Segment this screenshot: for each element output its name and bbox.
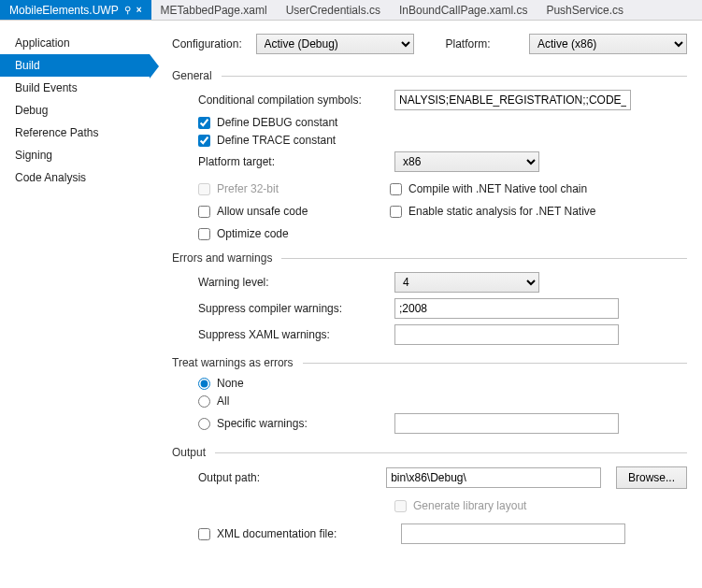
sidebar-item-application[interactable]: Application: [0, 32, 150, 54]
sidebar-item-reference-paths[interactable]: Reference Paths: [0, 122, 150, 144]
platform-label: Platform:: [446, 37, 521, 50]
cond-symbols-input[interactable]: [394, 90, 631, 110]
xmldoc-input: [401, 523, 625, 544]
treat-none-radio[interactable]: [198, 378, 210, 390]
tab-inboundcallpage[interactable]: InBoundCallPage.xaml.cs: [390, 0, 537, 20]
sidebar-item-signing[interactable]: Signing: [0, 144, 150, 166]
tab-mobileelements[interactable]: MobileElements.UWP ⚲ ×: [0, 0, 151, 20]
output-path-input[interactable]: [386, 467, 601, 488]
treat-all-radio[interactable]: [198, 395, 210, 408]
platform-target-select[interactable]: x86: [394, 151, 539, 172]
enable-static-checkbox[interactable]: [390, 206, 402, 218]
tab-pushservice[interactable]: PushService.cs: [537, 0, 633, 20]
optimize-checkbox[interactable]: [198, 228, 210, 240]
section-errors-title: Errors and warnings: [172, 251, 272, 265]
warning-level-label: Warning level:: [198, 276, 385, 289]
configuration-select[interactable]: Active (Debug): [256, 34, 414, 54]
treat-specific-input: [394, 413, 619, 434]
prefer-32bit-checkbox: [198, 183, 210, 195]
tab-usercredentials[interactable]: UserCredentials.cs: [277, 0, 390, 20]
configuration-label: Configuration:: [172, 37, 247, 50]
sidebar-item-build-events[interactable]: Build Events: [0, 77, 150, 99]
xmldoc-checkbox[interactable]: [198, 528, 210, 540]
properties-sidebar: Application Build Build Events Debug Ref…: [0, 21, 150, 588]
suppress-xaml-label: Suppress XAML warnings:: [198, 328, 385, 341]
warning-level-select[interactable]: 4: [394, 272, 539, 293]
section-output-title: Output: [172, 446, 206, 459]
pin-icon[interactable]: ⚲: [124, 5, 131, 15]
treat-specific-radio[interactable]: [198, 418, 210, 430]
tab-metabbedpage[interactable]: METabbedPage.xaml: [151, 0, 277, 20]
editor-tabs: MobileElements.UWP ⚲ × METabbedPage.xaml…: [0, 0, 702, 21]
generate-library-checkbox: [394, 500, 407, 512]
section-general-title: General: [172, 69, 212, 82]
suppress-xaml-input[interactable]: [394, 324, 619, 345]
define-trace-checkbox[interactable]: [198, 135, 210, 147]
platform-target-label: Platform target:: [198, 155, 385, 168]
platform-select[interactable]: Active (x86): [529, 34, 687, 54]
close-icon[interactable]: ×: [136, 5, 142, 15]
output-path-label: Output path:: [198, 471, 377, 484]
suppress-compiler-label: Suppress compiler warnings:: [198, 302, 385, 315]
allow-unsafe-checkbox[interactable]: [198, 206, 210, 218]
tab-label: MobileElements.UWP: [9, 4, 119, 17]
define-debug-checkbox[interactable]: [198, 117, 210, 129]
sidebar-item-build[interactable]: Build: [0, 54, 150, 77]
suppress-compiler-input[interactable]: [394, 298, 619, 319]
section-treat-title: Treat warnings as errors: [172, 356, 294, 369]
cond-symbols-label: Conditional compilation symbols:: [198, 93, 385, 107]
sidebar-item-code-analysis[interactable]: Code Analysis: [0, 166, 150, 189]
browse-button[interactable]: Browse...: [616, 466, 687, 489]
sidebar-item-debug[interactable]: Debug: [0, 99, 150, 122]
build-page: Configuration: Active (Debug) Platform: …: [150, 21, 702, 588]
compile-native-checkbox[interactable]: [390, 183, 402, 195]
